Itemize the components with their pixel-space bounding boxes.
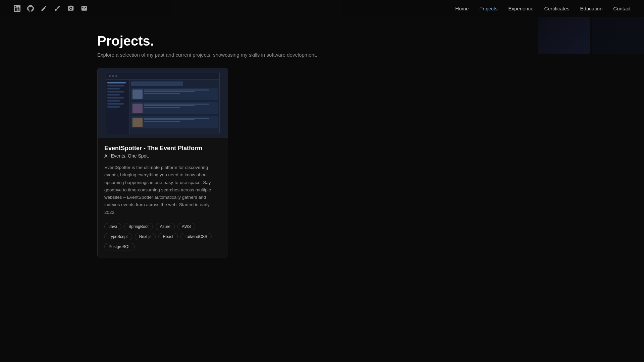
screenshot-body (106, 80, 219, 134)
tech-tags: Java SpringBoot Azure AWS TypeScript Nex… (104, 223, 221, 250)
nav-social-icons (13, 5, 88, 12)
sm-header (131, 81, 183, 86)
sm-line-2-2 (144, 105, 195, 106)
project-subtitle-text: All Events, One Spot. (104, 153, 221, 159)
linkedin-icon[interactable] (13, 5, 21, 12)
github-icon[interactable] (27, 5, 34, 12)
sm-line-3-2 (144, 119, 195, 120)
tag-postgresql: PostgreSQL (104, 243, 135, 250)
dot-1 (109, 75, 111, 77)
sm-content-3 (144, 118, 216, 127)
dot-3 (115, 75, 117, 77)
pen-icon[interactable] (40, 5, 48, 12)
sidebar-line-1 (107, 82, 126, 83)
screenshot-topbar (106, 72, 219, 80)
tag-springboot: SpringBoot (124, 223, 153, 230)
sidebar-line-6 (107, 97, 124, 99)
project-description: EventSpotter is the ultimate platform fo… (104, 164, 221, 216)
nav-home[interactable]: Home (455, 6, 469, 11)
page-subtitle: Explore a selection of my past and curre… (97, 52, 547, 58)
sm-line-1-1 (144, 89, 209, 90)
screenshot-main (129, 80, 219, 134)
tag-tailwindcss: TailwindCSS (180, 233, 212, 240)
nav-links: Home Projects Experience Certificates Ed… (455, 6, 631, 11)
sm-card-3 (131, 116, 218, 128)
camera-icon[interactable] (67, 5, 74, 12)
project-card-eventspotter: EventSpotter - The Event Platform All Ev… (97, 68, 228, 257)
sm-line-1-2 (144, 91, 195, 92)
sidebar-line-8 (107, 103, 124, 105)
sm-card-1 (131, 88, 218, 100)
sm-img-3 (132, 118, 143, 127)
sidebar-line-2 (107, 85, 124, 86)
sidebar-line-7 (107, 100, 120, 102)
dot-2 (112, 75, 114, 77)
sm-line-1-3 (144, 93, 180, 94)
screenshot-sidebar (106, 80, 129, 134)
sm-line-3-3 (144, 121, 180, 122)
sm-line-2-1 (144, 104, 209, 105)
screenshot-inner (106, 72, 220, 134)
brush-icon[interactable] (54, 5, 61, 12)
tag-azure: Azure (156, 223, 175, 230)
tag-react: React (158, 233, 177, 240)
project-title: EventSpotter - The Event Platform (104, 145, 221, 152)
sidebar-line-9 (107, 106, 120, 108)
tag-aws: AWS (177, 223, 195, 230)
tag-typescript: TypeScript (104, 233, 132, 240)
sm-content-1 (144, 89, 216, 99)
sm-content-2 (144, 104, 216, 113)
sidebar-line-3 (107, 88, 120, 89)
nav-projects[interactable]: Projects (479, 6, 497, 11)
navigation: Home Projects Experience Certificates Ed… (0, 0, 644, 17)
project-screenshot (98, 68, 228, 138)
nav-experience[interactable]: Experience (508, 6, 534, 11)
sm-card-2 (131, 102, 218, 114)
sidebar-line-4 (107, 91, 124, 93)
sm-line-3-1 (144, 118, 209, 119)
tag-nextjs: Next.js (135, 233, 156, 240)
mail-icon[interactable] (80, 5, 88, 12)
page-title: Projects. (97, 34, 547, 49)
sm-line-2-3 (144, 107, 180, 108)
nav-education[interactable]: Education (580, 6, 603, 11)
nav-contact[interactable]: Contact (613, 6, 631, 11)
sm-img-2 (132, 104, 143, 113)
sidebar-line-5 (107, 94, 120, 96)
nav-certificates[interactable]: Certificates (544, 6, 570, 11)
tag-java: Java (104, 223, 121, 230)
project-info: EventSpotter - The Event Platform All Ev… (98, 138, 228, 257)
sm-img-1 (132, 89, 143, 99)
